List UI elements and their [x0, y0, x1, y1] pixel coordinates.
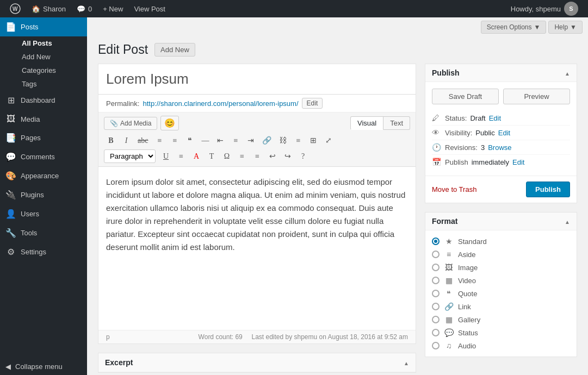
revisions-browse-link[interactable]: Browse [488, 143, 511, 152]
format-radio-image [432, 264, 440, 271]
undo-button[interactable]: ↩ [265, 149, 280, 163]
admin-bar-items: W 🏠 Sharon 💬 0 + New View Post [4, 0, 505, 17]
indent-button[interactable]: ≡ [235, 150, 249, 163]
format-item-image[interactable]: 🖼Image [432, 261, 570, 274]
howdy-item[interactable]: Howdy, shpemu S [505, 0, 584, 17]
permalink-edit-button[interactable]: Edit [302, 98, 323, 109]
view-post-item[interactable]: View Post [128, 0, 171, 17]
save-draft-button[interactable]: Save Draft [432, 89, 499, 104]
blockquote-button[interactable]: ❝ [183, 134, 197, 147]
publish-button[interactable]: Publish [526, 182, 570, 197]
sidebar-item-posts[interactable]: 📄 Posts [0, 17, 87, 36]
sidebar-item-add-new[interactable]: Add New [5, 50, 87, 64]
format-icon-link: 🔗 [444, 302, 454, 311]
appearance-label: Appearance [21, 172, 59, 180]
unlink-button[interactable]: ⛓ [276, 134, 290, 147]
editor-content[interactable]: Lorem ipsum dolor sit amet, consectetur … [98, 167, 416, 330]
format-icon-quote: ❝ [444, 289, 454, 298]
outdent-button[interactable]: ≡ [250, 150, 264, 163]
toolbar-row-1: B I abc ≡ ≡ ❝ — ⇤ ≡ ⇥ 🔗 ⛓ ≡ [104, 134, 410, 147]
align-right-button[interactable]: ⇥ [244, 134, 258, 147]
ul-button[interactable]: ≡ [152, 134, 166, 147]
comments-item[interactable]: 💬 0 [71, 0, 97, 17]
bold-button[interactable]: B [104, 134, 118, 147]
new-content-item[interactable]: + New [97, 0, 128, 17]
sidebar-item-settings[interactable]: ⚙ Settings [0, 242, 87, 261]
site-name-item[interactable]: 🏠 Sharon [26, 0, 71, 17]
align-center-button[interactable]: ≡ [228, 134, 243, 147]
wp-logo-item[interactable]: W [4, 0, 26, 17]
format-box-header[interactable]: Format [425, 212, 577, 230]
permalink-link[interactable]: http://sharon.clarinerd.com/personal/lor… [143, 99, 298, 108]
tab-text[interactable]: Text [383, 116, 410, 130]
format-item-status[interactable]: 💬Status [432, 326, 570, 339]
sidebar-item-dashboard[interactable]: ⊞ Dashboard [0, 91, 87, 110]
emoji-button[interactable]: 😊 [160, 116, 179, 130]
insert-more-button[interactable]: ≡ [291, 134, 305, 147]
last-edited: Last edited by shpemu on August 18, 2016… [251, 333, 408, 341]
status-edit-link[interactable]: Edit [489, 114, 501, 122]
fullscreen-button[interactable]: ⤢ [321, 134, 336, 147]
add-media-button[interactable]: 📎 Add Media [104, 117, 157, 130]
underline-button[interactable]: U [159, 150, 173, 163]
help-button[interactable]: Help ▼ [548, 21, 583, 34]
italic-button[interactable]: I [119, 134, 133, 147]
paste-text-button[interactable]: T [205, 150, 219, 163]
publish-meta: 🖊 Status: Draft Edit 👁 Visibility: Publi… [432, 111, 570, 169]
sidebar-item-tags[interactable]: Tags [5, 77, 87, 91]
justify-button[interactable]: ≡ [174, 150, 188, 163]
move-to-trash-link[interactable]: Move to Trash [432, 185, 476, 193]
sidebar-item-users[interactable]: 👤 Users [0, 204, 87, 223]
sidebar-item-media[interactable]: 🖼 Media [0, 110, 87, 128]
screen-options-button[interactable]: Screen Options ▼ [481, 21, 547, 34]
tab-visual[interactable]: Visual [350, 116, 383, 130]
format-icon-status: 💬 [444, 328, 454, 337]
format-item-link[interactable]: 🔗Link [432, 300, 570, 313]
pages-icon: 📑 [5, 133, 16, 143]
sidebar-item-categories[interactable]: Categories [5, 64, 87, 77]
format-item-aside[interactable]: ≡Aside [432, 248, 570, 261]
post-title-input[interactable] [98, 64, 416, 95]
footer-right: Word count: 69 Last edited by shpemu on … [199, 333, 408, 341]
special-chars-button[interactable]: Ω [220, 150, 234, 163]
format-item-quote[interactable]: ❝Quote [432, 287, 570, 300]
format-item-video[interactable]: ▦Video [432, 274, 570, 287]
sidebar-item-appearance[interactable]: 🎨 Appearance [0, 166, 87, 185]
redo-button[interactable]: ↪ [281, 149, 295, 163]
help-label: Help [554, 23, 568, 31]
ol-button[interactable]: ≡ [168, 134, 182, 147]
toolbar-toggle-button[interactable]: ⊞ [306, 134, 320, 147]
publish-box-header[interactable]: Publish [425, 64, 577, 82]
visibility-edit-link[interactable]: Edit [498, 129, 510, 137]
status-label: Status: [445, 114, 467, 122]
hr-button[interactable]: — [198, 134, 212, 147]
sidebar-item-all-posts[interactable]: All Posts [5, 36, 87, 50]
text-color-button[interactable]: A [189, 150, 203, 163]
comments-icon: 💬 [5, 152, 16, 162]
format-item-audio[interactable]: ♫Audio [432, 339, 570, 352]
format-radio-link [432, 303, 440, 310]
permalink-row: Permalink: http://sharon.clarinerd.com/p… [98, 95, 416, 112]
format-toggle-icon [565, 217, 570, 226]
format-radio-status [432, 329, 440, 336]
collapse-menu-item[interactable]: ◀ Collapse menu [0, 358, 87, 375]
add-new-button[interactable]: Add New [154, 43, 195, 57]
link-button[interactable]: 🔗 [259, 134, 275, 147]
excerpt-metabox: Excerpt [98, 353, 416, 373]
help-toolbar-button[interactable]: ? [296, 150, 310, 163]
excerpt-metabox-header[interactable]: Excerpt [98, 353, 416, 372]
publish-box-title: Publish [432, 68, 460, 77]
sidebar-item-tools[interactable]: 🔧 Tools [0, 223, 87, 242]
format-item-gallery[interactable]: ▦Gallery [432, 313, 570, 326]
publish-time-edit-link[interactable]: Edit [512, 158, 524, 166]
format-item-standard[interactable]: ★Standard [432, 235, 570, 248]
sidebar-item-comments[interactable]: 💬 Comments [0, 147, 87, 166]
preview-button[interactable]: Preview [503, 89, 570, 104]
sidebar-item-pages[interactable]: 📑 Pages [0, 128, 87, 147]
permalink-label: Permalink: [106, 99, 139, 108]
paragraph-select[interactable]: Paragraph Heading 1 Heading 2 Heading 3 [104, 149, 156, 163]
plugins-icon: 🔌 [5, 190, 16, 200]
sidebar-item-plugins[interactable]: 🔌 Plugins [0, 185, 87, 204]
strikethrough-button[interactable]: abc [134, 134, 151, 147]
align-left-button[interactable]: ⇤ [213, 134, 227, 147]
